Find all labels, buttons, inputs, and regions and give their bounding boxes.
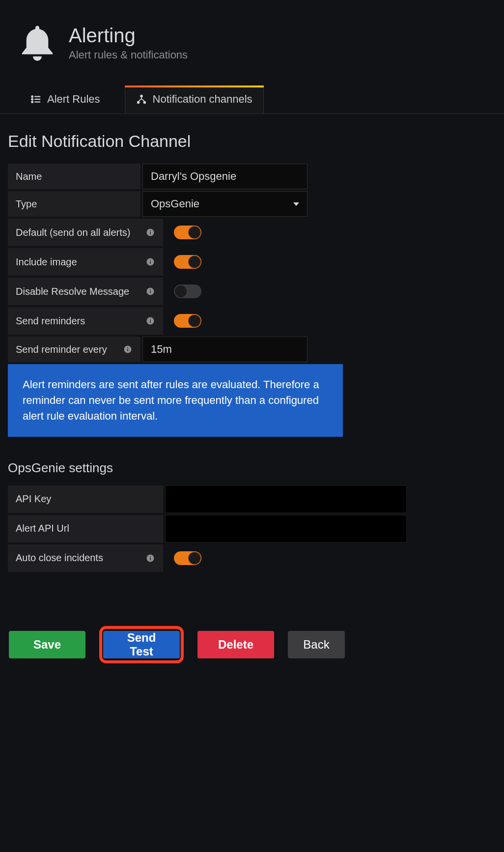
- opsgenie-section-title: OpsGenie settings: [8, 460, 496, 476]
- api-url-label: Alert API Url: [8, 515, 163, 542]
- disable-resolve-toggle[interactable]: [174, 284, 201, 298]
- include-image-toggle[interactable]: [174, 255, 201, 269]
- svg-point-4: [31, 101, 33, 103]
- tab-label: Notification channels: [153, 93, 252, 106]
- tab-notification-channels[interactable]: Notification channels: [125, 85, 264, 114]
- type-selected-value: OpsGenie: [151, 198, 199, 210]
- page-header: Alerting Alert rules & notifications: [0, 20, 504, 74]
- svg-point-0: [31, 96, 33, 97]
- svg-rect-11: [150, 230, 151, 231]
- api-key-input[interactable]: [165, 485, 407, 513]
- info-icon: [145, 227, 155, 237]
- svg-rect-14: [150, 260, 151, 261]
- reminder-every-input[interactable]: [142, 337, 308, 362]
- type-select[interactable]: OpsGenie: [142, 191, 308, 217]
- svg-point-2: [31, 98, 33, 100]
- tabs: Alert Rules Notification channels: [0, 74, 504, 114]
- name-label: Name: [8, 164, 140, 189]
- type-label: Type: [8, 191, 140, 217]
- info-icon: [123, 344, 133, 354]
- default-toggle[interactable]: [174, 226, 201, 239]
- button-bar: Save Send Test Delete Back: [8, 626, 496, 663]
- bell-icon: [20, 24, 55, 62]
- section-title: Edit Notification Channel: [8, 132, 496, 151]
- back-button[interactable]: Back: [288, 631, 345, 658]
- info-icon: [145, 286, 155, 296]
- page-title: Alerting: [69, 25, 188, 47]
- svg-rect-23: [127, 347, 128, 348]
- svg-rect-19: [150, 320, 151, 323]
- save-button[interactable]: Save: [9, 631, 85, 658]
- page-subtitle: Alert rules & notifications: [69, 49, 188, 61]
- info-icon: [145, 316, 155, 326]
- tab-label: Alert Rules: [47, 93, 100, 106]
- svg-rect-13: [150, 261, 151, 264]
- default-label: Default (send on all alerts): [8, 219, 163, 246]
- auto-close-toggle[interactable]: [174, 551, 201, 565]
- reminder-every-label: Send reminder every: [8, 337, 140, 362]
- include-image-label: Include image: [8, 248, 163, 276]
- send-test-highlight: Send Test: [99, 626, 184, 663]
- send-reminders-toggle[interactable]: [174, 314, 201, 328]
- api-key-label: API Key: [8, 485, 163, 513]
- svg-rect-20: [150, 319, 151, 320]
- tab-alert-rules[interactable]: Alert Rules: [20, 85, 111, 114]
- channels-icon: [136, 94, 147, 105]
- auto-close-label: Auto close incidents: [8, 544, 163, 572]
- info-icon: [145, 553, 155, 563]
- svg-rect-17: [150, 289, 151, 290]
- chevron-down-icon: [293, 202, 299, 206]
- info-icon: [145, 257, 155, 267]
- svg-rect-26: [150, 556, 151, 557]
- disable-resolve-label: Disable Resolve Message: [8, 278, 163, 305]
- svg-rect-22: [127, 349, 128, 351]
- delete-button[interactable]: Delete: [197, 631, 274, 658]
- svg-rect-25: [150, 557, 151, 560]
- svg-rect-10: [150, 232, 151, 234]
- reminder-info-message: Alert reminders are sent after rules are…: [8, 364, 343, 437]
- api-url-input[interactable]: [165, 515, 407, 542]
- name-input[interactable]: [142, 164, 308, 189]
- send-test-button[interactable]: Send Test: [103, 631, 180, 658]
- list-icon: [30, 94, 41, 105]
- svg-rect-16: [150, 291, 151, 293]
- send-reminders-label: Send reminders: [8, 307, 163, 335]
